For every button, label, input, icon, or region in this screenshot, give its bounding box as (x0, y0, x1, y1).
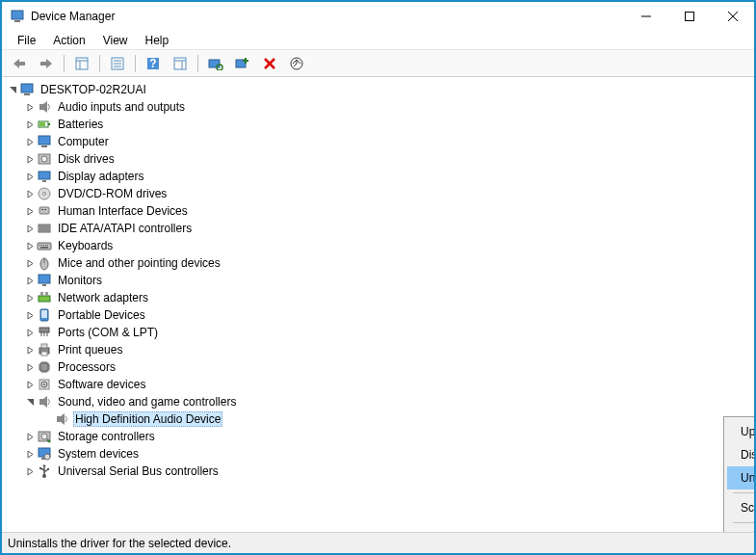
svg-rect-3 (685, 13, 693, 21)
tree-root[interactable]: DESKTOP-02R2UAI (4, 81, 752, 98)
cm-properties[interactable]: Properties (727, 526, 754, 532)
expander-icon[interactable] (23, 378, 37, 391)
tree-category[interactable]: IDE ATA/ATAPI controllers (4, 220, 752, 237)
tree-category-label: IDE ATA/ATAPI controllers (56, 222, 194, 235)
svg-point-41 (43, 193, 46, 196)
tree-category[interactable]: Network adapters (4, 289, 752, 306)
tree-category[interactable]: Mice and other pointing devices (4, 254, 752, 272)
expander-icon[interactable] (23, 222, 37, 235)
tree-category[interactable]: Human Interface Devices (4, 202, 752, 220)
add-legacy-hardware-button[interactable] (231, 53, 254, 74)
show-hide-console-button[interactable] (70, 53, 93, 74)
cm-separator (733, 492, 754, 493)
expander-icon[interactable] (23, 343, 37, 357)
hid-icon (37, 203, 52, 219)
cm-update-driver[interactable]: Update driver (727, 420, 754, 443)
svg-rect-29 (24, 93, 30, 95)
expander-icon[interactable] (23, 135, 37, 148)
tree-category-label: Computer (56, 135, 111, 148)
tree-category[interactable]: Batteries (4, 116, 752, 133)
toolbar: ? (2, 50, 754, 77)
tree-category[interactable]: Print queues (4, 341, 752, 358)
tree-category[interactable]: DVD/CD-ROM drives (4, 185, 752, 202)
tree-category-label: Software devices (56, 378, 147, 391)
minimize-button[interactable] (624, 2, 667, 31)
ide-icon (37, 221, 52, 236)
expander-icon[interactable] (23, 326, 37, 339)
svg-rect-1 (14, 20, 20, 22)
expander-icon[interactable] (23, 291, 37, 304)
tree-category-label: Storage controllers (56, 430, 157, 443)
svg-rect-35 (41, 145, 47, 147)
expander-icon[interactable] (23, 464, 37, 478)
expander-icon[interactable] (23, 360, 37, 374)
menu-view[interactable]: View (95, 32, 136, 49)
expander-icon[interactable] (23, 118, 37, 131)
speaker-icon (37, 99, 52, 115)
tree-device[interactable]: High Definition Audio Device (4, 410, 752, 428)
menu-file[interactable]: File (10, 32, 43, 49)
help-button[interactable]: ? (142, 53, 165, 74)
display-icon (37, 169, 52, 184)
cpu-icon (37, 359, 52, 375)
tree-category[interactable]: Storage controllers (4, 428, 752, 445)
scan-hardware-button[interactable] (204, 53, 227, 74)
maximize-button[interactable] (667, 2, 711, 31)
menu-action[interactable]: Action (45, 32, 92, 49)
expander-icon[interactable] (6, 83, 19, 96)
expander-icon[interactable] (23, 274, 37, 287)
tree-category[interactable]: Portable Devices (4, 306, 752, 324)
status-text: Uninstalls the driver for the selected d… (8, 537, 231, 550)
tree-category[interactable]: Keyboards (4, 237, 752, 254)
tree-category-label: Network adapters (56, 291, 150, 304)
cm-uninstall-device[interactable]: Uninstall device (727, 466, 754, 489)
device-tree[interactable]: DESKTOP-02R2UAIAudio inputs and outputsB… (2, 77, 754, 532)
tree-category[interactable]: System devices (4, 445, 752, 462)
expander-icon[interactable] (23, 430, 37, 443)
menu-help[interactable]: Help (138, 32, 177, 49)
expander-icon[interactable] (23, 256, 37, 270)
svg-point-97 (39, 467, 41, 469)
cm-disable-device[interactable]: Disable device (727, 443, 754, 466)
tree-category-label: Display adapters (56, 170, 145, 183)
tree-category-label: Mice and other pointing devices (56, 256, 222, 270)
expander-icon[interactable] (23, 395, 37, 409)
storage-icon (37, 429, 52, 444)
expander-icon[interactable] (23, 239, 37, 252)
update-driver-button[interactable] (285, 53, 308, 74)
svg-rect-33 (39, 122, 45, 126)
expander-icon[interactable] (23, 308, 37, 322)
expander-icon[interactable] (23, 152, 37, 166)
uninstall-button[interactable] (258, 53, 281, 74)
svg-point-91 (41, 434, 47, 439)
expander-icon[interactable] (23, 170, 37, 183)
tree-category-label: Keyboards (56, 239, 115, 252)
tree-category[interactable]: Software devices (4, 376, 752, 393)
expander-icon[interactable] (23, 204, 37, 218)
tree-category[interactable]: Computer (4, 133, 752, 150)
action-pane-button[interactable] (169, 53, 192, 74)
tree-category[interactable]: Display adapters (4, 168, 752, 185)
expander-icon[interactable] (23, 100, 37, 114)
tree-category[interactable]: Monitors (4, 272, 752, 289)
cm-separator (733, 522, 754, 523)
svg-rect-52 (43, 245, 44, 246)
tree-category[interactable]: Universal Serial Bus controllers (4, 462, 752, 480)
expander-icon[interactable] (23, 187, 37, 200)
disk-icon (37, 151, 52, 167)
tree-category[interactable]: Processors (4, 358, 752, 376)
tree-category[interactable]: Ports (COM & LPT) (4, 324, 752, 341)
tree-category[interactable]: Audio inputs and outputs (4, 98, 752, 116)
svg-rect-43 (41, 209, 43, 210)
expander-icon[interactable] (23, 447, 37, 461)
network-icon (37, 290, 52, 305)
tree-category[interactable]: Sound, video and game controllers (4, 393, 752, 410)
back-button[interactable] (8, 53, 31, 74)
svg-rect-88 (39, 399, 43, 405)
forward-button[interactable] (35, 53, 58, 74)
cm-scan-hardware[interactable]: Scan for hardware changes (727, 496, 754, 519)
properties-button[interactable] (106, 53, 129, 74)
tree-category[interactable]: Disk drives (4, 150, 752, 168)
svg-rect-39 (42, 180, 46, 182)
close-button[interactable] (711, 2, 754, 31)
